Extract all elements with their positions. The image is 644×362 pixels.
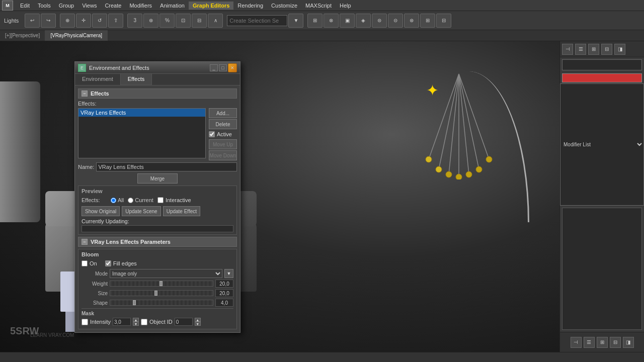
rp-icon-4[interactable]: ⊟ <box>601 44 612 55</box>
toolbar-btn-layer[interactable]: ∧ <box>208 14 223 28</box>
rp-icon-3[interactable]: ⊞ <box>588 44 599 55</box>
radio-all[interactable] <box>111 198 116 203</box>
rp-bottom-icon-1[interactable]: ⊣ <box>571 337 582 348</box>
update-effect-button[interactable]: Update Effect <box>163 206 200 216</box>
size-row: Size 20,0 <box>82 289 233 297</box>
right-panel-bottom: ⊣ ☰ ⊞ ⊟ ◨ <box>560 332 644 352</box>
shape-slider[interactable] <box>110 300 213 306</box>
menu-animation[interactable]: Animation <box>156 2 189 10</box>
interactive-checkbox[interactable] <box>157 197 164 203</box>
rp-icon-2[interactable]: ☰ <box>575 44 586 55</box>
weight-slider[interactable] <box>110 281 213 287</box>
intensity-spin-down[interactable]: ▼ <box>133 322 139 326</box>
add-effect-button[interactable]: Add... <box>209 108 237 118</box>
bloom-on-checkbox[interactable] <box>82 260 88 266</box>
dialog-restore-button[interactable]: □ <box>219 64 227 71</box>
object-id-spin-up[interactable]: ▲ <box>195 318 201 322</box>
weight-row: Weight 20,0 <box>82 280 233 288</box>
fill-edges-checkbox[interactable] <box>105 260 111 266</box>
toolbar-btn-redo[interactable]: ↪ <box>41 14 56 28</box>
intensity-spin-up[interactable]: ▲ <box>133 318 139 322</box>
object-id-input[interactable] <box>175 318 193 326</box>
size-slider[interactable] <box>110 290 213 296</box>
toolbar-btn-scale[interactable]: ⇧ <box>108 14 123 28</box>
name-input[interactable] <box>96 162 237 171</box>
menu-edit[interactable]: Edit <box>16 2 34 10</box>
active-checkbox[interactable] <box>209 131 215 137</box>
dialog-title: Environment and Effects <box>89 65 209 71</box>
menu-group[interactable]: Group <box>55 2 78 10</box>
toolbar-btn-mirror[interactable]: ⊡ <box>176 14 191 28</box>
toolbar-btn-render3[interactable]: ▣ <box>340 14 355 28</box>
toolbar-btn-align[interactable]: ⊟ <box>192 14 207 28</box>
effects-list[interactable]: VRay Lens Effects <box>78 108 206 158</box>
name-row: Name: <box>78 162 237 171</box>
mode-dropdown-arrow[interactable]: ▼ <box>224 269 233 278</box>
toolbar-btn-snap[interactable]: ⊛ <box>143 14 158 28</box>
env-effects-dialog: E Environment and Effects _ □ ✕ Environm… <box>74 61 240 333</box>
menu-rendering[interactable]: Rendering <box>233 2 267 10</box>
update-scene-button[interactable]: Update Scene <box>122 206 160 216</box>
merge-button[interactable]: Merge <box>137 173 178 184</box>
modifier-list-dropdown[interactable]: Modifier List <box>560 83 644 206</box>
tab-effects[interactable]: Effects <box>121 74 152 85</box>
toolbar-btn-render6[interactable]: ⊝ <box>388 14 403 28</box>
intensity-input[interactable] <box>113 318 131 326</box>
color-swatch[interactable] <box>562 73 642 82</box>
toolbar-btn-select[interactable]: ⊕ <box>60 14 75 28</box>
move-down-button[interactable]: Move Down <box>209 150 237 160</box>
effects-buttons: Add... Delete Active Move Up Move Down <box>209 108 237 160</box>
viewport-tab-camera[interactable]: [VRayPhysicalCamera] <box>45 30 108 41</box>
rp-icon-5[interactable]: ◨ <box>614 44 625 55</box>
dialog-titlebar[interactable]: E Environment and Effects _ □ ✕ <box>75 62 240 74</box>
rp-bottom-icon-3[interactable]: ⊞ <box>597 337 608 348</box>
toolbar-btn-3[interactable]: 3 <box>127 14 142 28</box>
toolbar-btn-undo[interactable]: ↩ <box>25 14 40 28</box>
toolbar-btn-move[interactable]: ✛ <box>76 14 91 28</box>
toolbar-btn-render1[interactable]: ⊞ <box>307 14 323 28</box>
toolbar-btn-render7[interactable]: ⊛ <box>404 14 419 28</box>
menu-customize[interactable]: Customize <box>267 2 301 10</box>
object-id-spin-down[interactable]: ▼ <box>195 322 201 326</box>
effects-section-collapse[interactable]: − <box>82 90 88 97</box>
menubar: M Edit Tools Group Views Create Modifier… <box>0 0 644 11</box>
toolbar-btn-create-set[interactable]: ▼ <box>288 14 303 28</box>
rp-bottom-icon-4[interactable]: ⊟ <box>610 337 621 348</box>
toolbar-btn-render8[interactable]: ⊞ <box>420 14 435 28</box>
move-up-button[interactable]: Move Up <box>209 139 237 149</box>
lights-label: Lights <box>2 18 21 24</box>
viewport-tab-perspective[interactable]: [+][Perspective] <box>0 30 45 41</box>
object-id-checkbox[interactable] <box>141 319 147 325</box>
rp-icon-1[interactable]: ⊣ <box>562 44 573 55</box>
toolbar-btn-percent[interactable]: % <box>159 14 175 28</box>
toolbar-btn-render5[interactable]: ⊜ <box>372 14 387 28</box>
toolbar-btn-render9[interactable]: ⊟ <box>436 14 451 28</box>
mode-select[interactable]: Image only <box>110 269 222 278</box>
modifier-search-input[interactable] <box>562 59 642 70</box>
menu-modifiers[interactable]: Modifiers <box>125 2 156 10</box>
menu-create[interactable]: Create <box>101 2 125 10</box>
vray-params-collapse[interactable]: − <box>82 239 88 245</box>
rp-bottom-icon-2[interactable]: ☰ <box>584 337 595 348</box>
menu-help[interactable]: Help <box>336 2 355 10</box>
radio-current[interactable] <box>128 198 133 203</box>
dialog-minimize-button[interactable]: _ <box>210 64 218 71</box>
rp-bottom-icon-5[interactable]: ◨ <box>623 337 634 348</box>
toolbar-btn-render4[interactable]: ◈ <box>356 14 371 28</box>
toolbar-btn-rotate[interactable]: ↺ <box>92 14 107 28</box>
create-selection-set-input[interactable] <box>227 15 287 26</box>
delete-effect-button[interactable]: Delete <box>209 119 237 129</box>
intensity-checkbox[interactable] <box>82 319 88 325</box>
dialog-close-button[interactable]: ✕ <box>228 63 237 72</box>
main-area: ✦ 5SRW LEARN VRAY.COM ⊣ ☰ ⊞ ⊟ ◨ Modif <box>0 41 644 352</box>
toolbar-btn-render2[interactable]: ⊗ <box>324 14 339 28</box>
show-original-button[interactable]: Show Original <box>82 206 120 216</box>
vray-params-title: VRay Lens Effects Parameters <box>91 239 171 245</box>
menu-tools[interactable]: Tools <box>34 2 55 10</box>
menu-graph-editors[interactable]: Graph Editors <box>189 2 233 10</box>
menu-views[interactable]: Views <box>78 2 101 10</box>
viewport-tabs: [+][Perspective] [VRayPhysicalCamera] <box>0 30 644 41</box>
menu-maxscript[interactable]: MAXScript <box>301 2 336 10</box>
tab-environment[interactable]: Environment <box>75 74 121 85</box>
effects-item-vray-lens[interactable]: VRay Lens Effects <box>78 109 205 117</box>
